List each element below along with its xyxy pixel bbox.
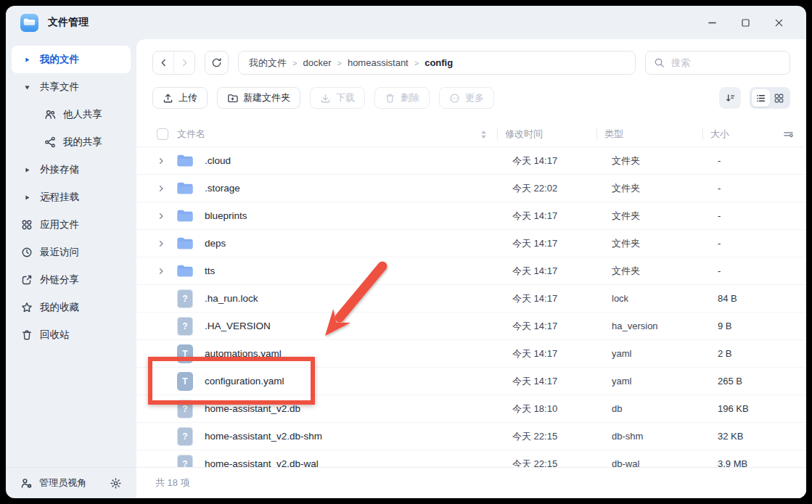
sidebar-item[interactable]: 共享文件 — [12, 73, 131, 101]
list-view-button[interactable] — [752, 89, 770, 107]
table-row[interactable]: Tautomations.yaml今天 14:17yaml2 B — [136, 340, 806, 368]
column-time-label[interactable]: 修改时间 — [505, 128, 543, 141]
expand-chevron-icon[interactable] — [154, 239, 168, 248]
expand-chevron-icon[interactable] — [154, 184, 168, 193]
expand-chevron-icon[interactable] — [154, 212, 168, 220]
sidebar-footer: 管理员视角 — [6, 467, 136, 498]
minimize-icon[interactable] — [705, 16, 719, 30]
table-row[interactable]: .cloud今天 14:17文件夹- — [136, 147, 806, 175]
grid-view-button[interactable] — [770, 89, 788, 107]
table-row[interactable]: ?.ha_run.lock今天 14:17lock84 B — [136, 285, 806, 313]
download-button[interactable]: 下载 — [310, 87, 365, 109]
triangle-down-icon — [20, 80, 33, 94]
table-row[interactable]: ?home-assistant_v2.db今天 18:10db196 KB — [136, 395, 806, 423]
file-name: automations.yaml — [205, 348, 282, 359]
sidebar-item[interactable]: 我的共享 — [12, 128, 131, 156]
file-name: .HA_VERSION — [205, 321, 271, 331]
item-count: 共 18 项 — [155, 476, 190, 489]
breadcrumb-segment[interactable]: docker — [303, 57, 331, 68]
sidebar-item[interactable]: 应用文件 — [12, 211, 131, 239]
search-input[interactable] — [670, 57, 782, 69]
sidebar-item-label: 应用文件 — [40, 218, 79, 231]
clock-icon — [20, 246, 33, 259]
sidebar-item[interactable]: 他人共享 — [12, 101, 131, 128]
sidebar-item[interactable]: 回收站 — [12, 321, 131, 349]
app-grid-icon — [20, 218, 33, 231]
unknown-file-icon: ? — [176, 455, 194, 468]
file-name: home-assistant_v2.db — [205, 403, 300, 414]
expand-chevron-icon[interactable] — [154, 157, 168, 165]
table-row[interactable]: .storage今天 22:02文件夹- — [136, 175, 806, 202]
file-modified-time: 今天 22:02 — [505, 182, 604, 195]
column-settings-icon[interactable] — [778, 129, 798, 140]
back-button[interactable] — [153, 51, 173, 74]
sidebar-item-label: 我的收藏 — [40, 301, 79, 314]
column-name-label[interactable]: 文件名 — [177, 128, 205, 141]
maximize-icon[interactable] — [739, 16, 752, 30]
download-icon — [320, 93, 331, 104]
unknown-file-icon: ? — [176, 427, 194, 446]
search-box[interactable] — [645, 51, 790, 75]
file-name: tts — [205, 265, 215, 276]
toolbar-buttons: 上传新建文件夹下载删除更多 — [152, 87, 494, 109]
folder-icon — [176, 208, 194, 223]
settings-gear-icon[interactable] — [110, 477, 122, 489]
file-size: - — [710, 155, 806, 166]
sidebar-item[interactable]: 最近访问 — [12, 239, 131, 266]
breadcrumb-segment[interactable]: homeassistant — [348, 57, 409, 68]
table-row[interactable]: ?.HA_VERSION今天 14:17ha_version9 B — [136, 313, 806, 340]
breadcrumb-segment[interactable]: config — [425, 57, 453, 68]
folder-icon — [176, 263, 194, 278]
file-modified-time: 今天 22:15 — [505, 430, 604, 443]
app-title: 文件管理 — [48, 16, 89, 29]
file-size: 3.9 MB — [710, 458, 806, 467]
sidebar-item-label: 我的文件 — [40, 53, 79, 66]
file-size: 84 B — [710, 293, 806, 304]
sidebar-item[interactable]: 外链分享 — [12, 266, 131, 294]
forward-button[interactable] — [173, 51, 194, 74]
column-size-label[interactable]: 大小 — [710, 128, 729, 141]
navigation-row: 我的文件>docker>homeassistant>config — [152, 51, 790, 75]
more-button[interactable]: 更多 — [439, 87, 494, 109]
upload-button[interactable]: 上传 — [152, 87, 208, 109]
file-type: ha_version — [604, 321, 710, 331]
folder-plus-button[interactable]: 新建文件夹 — [217, 87, 300, 109]
unknown-file-icon: ? — [176, 289, 194, 308]
toolbar-button-label: 新建文件夹 — [243, 91, 290, 104]
sidebar-item[interactable]: 远程挂载 — [12, 183, 131, 211]
table-header: 文件名 修改时间 类型 大小 — [136, 122, 806, 147]
file-type: yaml — [604, 376, 710, 387]
sort-button[interactable] — [719, 87, 741, 109]
file-size: - — [710, 265, 806, 276]
close-icon[interactable] — [772, 16, 786, 30]
refresh-button[interactable] — [205, 51, 229, 75]
file-type: db-wal — [604, 458, 710, 467]
trash-button[interactable]: 删除 — [374, 87, 430, 109]
sidebar-item[interactable]: 我的收藏 — [12, 294, 131, 321]
sidebar-item[interactable]: 我的文件 — [12, 46, 131, 73]
file-type: lock — [604, 293, 710, 304]
file-type: 文件夹 — [604, 182, 710, 195]
column-type-label[interactable]: 类型 — [604, 128, 623, 141]
file-type: db — [604, 403, 710, 414]
breadcrumb-segment[interactable]: 我的文件 — [249, 57, 287, 70]
select-all-checkbox[interactable] — [157, 128, 168, 140]
file-modified-time: 今天 14:17 — [505, 154, 604, 168]
table-row[interactable]: ?home-assistant_v2.db-shm今天 22:15db-shm3… — [136, 423, 806, 450]
sidebar-item-label: 他人共享 — [63, 108, 102, 121]
file-name: home-assistant_v2.db-shm — [205, 431, 322, 442]
text-file-icon: T — [176, 344, 194, 363]
file-name: .storage — [205, 183, 240, 194]
table-row[interactable]: Tconfiguration.yaml今天 14:17yaml265 B — [136, 368, 806, 395]
folder-icon — [176, 236, 194, 251]
main-panel: 我的文件>docker>homeassistant>config 上传新建文件夹… — [136, 39, 806, 498]
table-row[interactable]: tts今天 14:17文件夹- — [136, 257, 806, 285]
sort-arrows-icon[interactable] — [480, 130, 487, 139]
table-row[interactable]: blueprints今天 14:17文件夹- — [136, 202, 806, 230]
file-modified-time: 今天 22:15 — [505, 458, 604, 468]
table-row[interactable]: ?home-assistant_v2.db-wal今天 22:15db-wal3… — [136, 450, 806, 467]
expand-chevron-icon[interactable] — [154, 267, 168, 276]
sidebar-item[interactable]: 外接存储 — [12, 156, 131, 183]
breadcrumb-separator: > — [337, 59, 341, 67]
table-row[interactable]: deps今天 14:17文件夹- — [136, 230, 806, 257]
